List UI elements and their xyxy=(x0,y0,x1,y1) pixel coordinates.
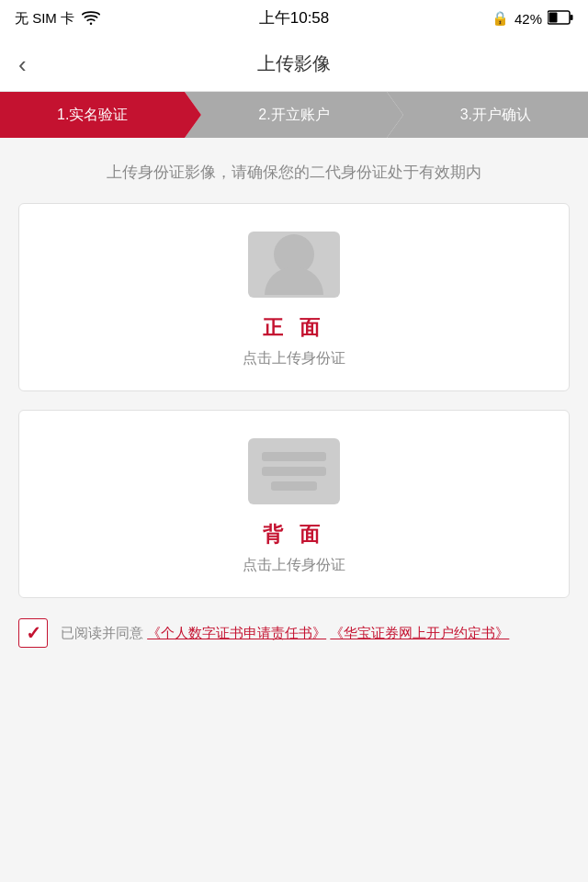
agreement-text: 已阅读并同意 《个人数字证书申请责任书》 《华宝证券网上开户约定书》 xyxy=(61,623,509,644)
agreement-link-2[interactable]: 《华宝证券网上开户约定书》 xyxy=(330,625,509,640)
status-time: 上午10:58 xyxy=(259,7,330,28)
checkmark-icon: ✓ xyxy=(26,624,41,642)
sim-status: 无 SIM 卡 xyxy=(15,10,74,28)
back-id-icon xyxy=(248,438,340,504)
page-title: 上传影像 xyxy=(257,51,331,76)
back-upload-card[interactable]: 背 面 点击上传身份证 xyxy=(18,410,570,598)
id-line-1 xyxy=(262,452,326,461)
front-card-subtitle: 点击上传身份证 xyxy=(243,349,345,368)
battery-icon xyxy=(548,10,573,28)
nav-bar: ‹ 上传影像 xyxy=(0,37,588,92)
step-2[interactable]: 2.开立账户 xyxy=(185,92,386,138)
agreement-prefix: 已阅读并同意 xyxy=(61,625,143,640)
upload-section: 正 面 点击上传身份证 背 面 点击上传身份证 xyxy=(0,203,588,598)
step-1[interactable]: 1.实名验证 xyxy=(0,92,185,138)
svg-rect-2 xyxy=(571,15,573,20)
battery-percent: 42% xyxy=(514,11,542,27)
agreement-row: ✓ 已阅读并同意 《个人数字证书申请责任书》 《华宝证券网上开户约定书》 xyxy=(0,598,588,648)
front-id-icon xyxy=(248,232,340,298)
front-card-title: 正 面 xyxy=(263,314,325,342)
agreement-link-1[interactable]: 《个人数字证书申请责任书》 xyxy=(147,625,326,640)
step-bar: 1.实名验证 2.开立账户 3.开户确认 xyxy=(0,92,588,138)
lock-icon: 🔒 xyxy=(492,10,509,27)
status-right: 🔒 42% xyxy=(492,10,573,28)
id-line-2 xyxy=(262,467,326,476)
back-card-title: 背 面 xyxy=(263,521,325,548)
svg-point-0 xyxy=(90,22,93,25)
agreement-checkbox[interactable]: ✓ xyxy=(18,618,48,648)
wifi-icon xyxy=(82,10,100,28)
status-left: 无 SIM 卡 xyxy=(15,10,100,28)
back-card-subtitle: 点击上传身份证 xyxy=(243,556,345,575)
description-text: 上传身份证影像，请确保您的二代身份证处于有效期内 xyxy=(0,138,588,203)
id-line-3 xyxy=(271,481,317,491)
step-3[interactable]: 3.开户确认 xyxy=(387,92,588,138)
status-bar: 无 SIM 卡 上午10:58 🔒 42% xyxy=(0,0,588,37)
svg-rect-3 xyxy=(549,12,558,22)
front-upload-card[interactable]: 正 面 点击上传身份证 xyxy=(18,203,570,391)
back-button[interactable]: ‹ xyxy=(18,50,27,78)
